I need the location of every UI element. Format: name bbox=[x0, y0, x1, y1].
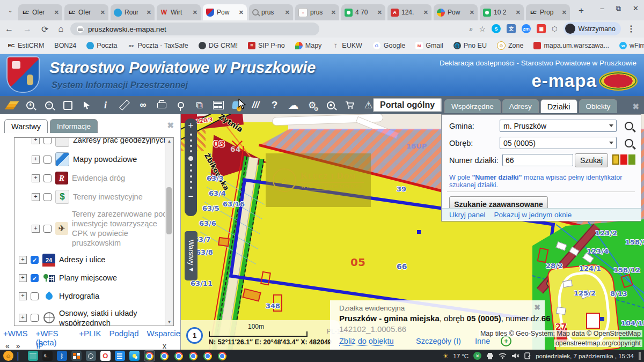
clock-date[interactable]: poniedziałek, 7 października , 15:34 bbox=[536, 353, 634, 359]
collapse-panel-icon[interactable]: « bbox=[5, 342, 10, 350]
popup-close-icon[interactable]: ✖ bbox=[534, 303, 540, 312]
bookmark[interactable]: wwFirma bbox=[619, 42, 644, 49]
start-menu-icon[interactable]: ☺ bbox=[3, 351, 13, 361]
tab-close-icon[interactable]: ✕ bbox=[377, 9, 382, 16]
zoom-level-dot[interactable] bbox=[190, 134, 192, 136]
cart-icon[interactable] bbox=[342, 98, 357, 113]
settings-icon[interactable]: ⚙⚙ bbox=[305, 98, 319, 113]
browser-tab[interactable]: Pow✕ bbox=[434, 4, 478, 20]
window-close-icon[interactable]: ✕ bbox=[633, 4, 639, 13]
tab-close-icon[interactable]: ✕ bbox=[562, 9, 567, 16]
layer-scrollbar[interactable]: ▲ ▼ bbox=[165, 138, 173, 326]
layer-row[interactable]: + Zakresy prac geodezyjnych bbox=[14, 137, 173, 150]
screenshot-app-icon[interactable] bbox=[86, 351, 96, 361]
expand-icon[interactable]: + bbox=[19, 256, 27, 264]
reload-icon[interactable]: ⟳ bbox=[41, 24, 48, 34]
wifi-tray-icon[interactable] bbox=[499, 353, 507, 359]
map-zoom-out-button[interactable]: − bbox=[188, 191, 194, 202]
expand-icon[interactable]: + bbox=[19, 314, 27, 322]
chrome-window-active-icon[interactable] bbox=[144, 350, 155, 361]
tab-close-icon[interactable]: ✕ bbox=[54, 9, 59, 16]
chrome-window-icon[interactable] bbox=[217, 351, 228, 361]
show-desktop-button[interactable] bbox=[639, 352, 641, 360]
browser-tab-active[interactable]: Pow✕ bbox=[203, 4, 247, 20]
layers-icon[interactable] bbox=[4, 98, 19, 113]
tab-close-icon[interactable]: ✕ bbox=[470, 9, 474, 16]
tab-warstwy[interactable]: Warstwy bbox=[4, 119, 48, 133]
help-icon[interactable]: ? bbox=[267, 98, 282, 113]
layer-checkbox[interactable] bbox=[43, 174, 52, 182]
link-icon[interactable]: ∞ bbox=[136, 98, 150, 113]
tab-informacje[interactable]: Informacje bbox=[50, 119, 98, 133]
red-extension-icon[interactable]: ▣ bbox=[537, 24, 546, 33]
tab-close-icon[interactable]: ✕ bbox=[516, 9, 521, 16]
skype-extension-icon[interactable]: S bbox=[492, 24, 501, 33]
browser-tab[interactable]: ECOfer✕ bbox=[64, 4, 108, 20]
draw-lines-icon[interactable]: /// bbox=[248, 98, 263, 113]
layer-checkbox[interactable] bbox=[31, 292, 39, 300]
bookmark[interactable]: MGmail bbox=[415, 42, 443, 49]
info-icon[interactable]: i bbox=[98, 98, 113, 113]
layer-row[interactable]: + Hydrografia bbox=[14, 287, 173, 306]
ip-link[interactable]: IP bbox=[36, 342, 43, 350]
scroll-up-icon[interactable]: ▲ bbox=[165, 139, 173, 144]
zoom-level-dot[interactable] bbox=[190, 175, 192, 178]
map-zoom-slider[interactable]: + − bbox=[185, 119, 197, 216]
bookmark[interactable]: Poczta bbox=[86, 42, 117, 49]
panel-close-icon[interactable]: ✖ bbox=[167, 121, 174, 130]
expand-icon[interactable]: + bbox=[32, 225, 40, 233]
bookmark[interactable]: ECEstiCRM bbox=[8, 42, 44, 49]
layer-checkbox-checked[interactable]: ✓ bbox=[31, 256, 39, 264]
layer-checkbox-checked[interactable]: ✓ bbox=[31, 274, 39, 282]
layer-row[interactable]: + R Ewidencja dróg bbox=[14, 169, 173, 187]
tab-close-icon[interactable]: ✕ bbox=[193, 9, 197, 16]
single-window-link[interactable]: Pokazuj w jednym oknie bbox=[494, 211, 572, 219]
swatch-yellow[interactable] bbox=[612, 154, 619, 165]
zoom-extension-icon[interactable]: zm bbox=[522, 24, 531, 33]
obreb-select[interactable]: 05 (0005) bbox=[500, 137, 617, 149]
expand-icon[interactable]: + bbox=[19, 292, 27, 300]
zoom-level-dot[interactable] bbox=[190, 150, 192, 152]
tab-close-icon[interactable]: ✕ bbox=[423, 9, 428, 16]
hide-panel-link[interactable]: Ukryj panel bbox=[449, 211, 486, 219]
zoom-level-dot[interactable] bbox=[190, 139, 192, 142]
layer-checkbox[interactable] bbox=[43, 137, 52, 144]
expand-icon[interactable]: + bbox=[32, 193, 40, 201]
tab-close-icon[interactable]: ✕ bbox=[147, 9, 151, 16]
layer-row[interactable]: + $ Tereny inwestycyjne bbox=[14, 187, 173, 206]
expand-icon[interactable]: + bbox=[32, 156, 40, 164]
layer-checkbox[interactable] bbox=[31, 314, 39, 322]
documents-app-icon[interactable] bbox=[115, 351, 125, 361]
layer-checkbox[interactable] bbox=[43, 225, 52, 233]
bookmark[interactable]: ⌗SIP P-no bbox=[248, 42, 285, 49]
bookmark[interactable]: mapa.um.warszawa... bbox=[533, 42, 609, 49]
clipboard-tray-icon[interactable] bbox=[524, 352, 531, 359]
address-bar[interactable]: pruszkowski.e-mapa.net bbox=[70, 23, 319, 35]
temperature-readout[interactable]: 17 °C bbox=[453, 353, 469, 359]
browser-tab[interactable]: ECOfer✕ bbox=[18, 4, 62, 20]
chrome-window-icon[interactable] bbox=[188, 351, 199, 361]
expand-icon[interactable]: + bbox=[32, 137, 40, 144]
translate-extension-icon[interactable]: 文 bbox=[507, 24, 516, 33]
tab-search-chevron-icon[interactable]: ⌄ bbox=[4, 4, 16, 16]
bookmark-star-icon[interactable]: ☆ bbox=[479, 25, 486, 33]
opera-app-icon[interactable]: O bbox=[100, 351, 111, 361]
new-tab-button[interactable]: + bbox=[574, 4, 588, 18]
tab-close-icon[interactable]: ✕ bbox=[100, 9, 105, 16]
site-settings-icon[interactable] bbox=[77, 26, 84, 33]
tab-obiekty[interactable]: Obiekty bbox=[579, 99, 618, 113]
scroll-thumb[interactable] bbox=[166, 187, 172, 234]
bookmark[interactable]: oxPoczta - TaxSafe bbox=[128, 42, 188, 49]
bookmark[interactable]: 🌐Pno EU bbox=[453, 42, 487, 49]
layout-panels-icon[interactable] bbox=[211, 98, 225, 113]
browser-tab[interactable]: prus✕ bbox=[249, 4, 293, 20]
tab-dzialki[interactable]: Działki bbox=[540, 99, 577, 113]
layer-row[interactable]: +✓ 24 Adresy i ulice bbox=[14, 251, 173, 269]
back-icon[interactable]: ← bbox=[5, 24, 13, 34]
street-view-icon[interactable] bbox=[173, 98, 188, 113]
bookmark[interactable]: ᛉEUKW bbox=[332, 42, 362, 49]
popup-zoom-to-object-link[interactable]: Zbliż do obiektu bbox=[339, 337, 394, 346]
extensions-puzzle-icon[interactable]: ⬡ bbox=[552, 25, 557, 33]
tab-close-icon[interactable]: ✕ bbox=[331, 9, 336, 16]
printer-tray-icon[interactable] bbox=[486, 353, 494, 359]
